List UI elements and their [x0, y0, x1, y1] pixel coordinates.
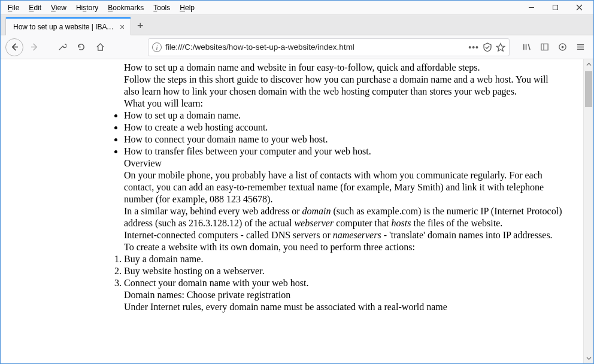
menu-file[interactable]: File: [3, 2, 24, 13]
maximize-button[interactable]: [543, 1, 567, 15]
menu-history[interactable]: History: [71, 2, 103, 13]
list-item: How to transfer files between your compu…: [124, 145, 563, 157]
reload-button[interactable]: [72, 39, 89, 56]
home-button[interactable]: [92, 39, 108, 56]
menu-help[interactable]: Help: [175, 2, 199, 13]
forward-button[interactable]: [26, 39, 43, 56]
intro-para-2: Follow the steps in this short guide to …: [124, 74, 563, 98]
list-item: How to create a web hosting account.: [124, 122, 563, 134]
url-bar[interactable]: i file:///C:/websites/how-to-set-up-a-we…: [148, 38, 510, 56]
learn-list: How to set up a domain name. How to crea…: [108, 110, 563, 157]
list-item: Buy website hosting on a webserver.: [124, 265, 563, 277]
url-text: file:///C:/websites/how-to-set-up-a-webs…: [165, 43, 465, 51]
tab-close-icon[interactable]: ×: [120, 23, 125, 31]
sidebar-icon[interactable]: [536, 39, 553, 56]
intro-para-1: How to set up a domain name and website …: [124, 62, 563, 74]
extension-icon[interactable]: [554, 39, 571, 56]
list-item: How to set up a domain name.: [124, 110, 563, 122]
list-item: How to connect your domain name to your …: [124, 134, 563, 145]
menu-bookmarks[interactable]: Bookmarks: [103, 2, 148, 13]
browser-window: File Edit View History Bookmarks Tools H…: [0, 0, 594, 364]
overview-para-1: On your mobile phone, you probably have …: [124, 169, 563, 205]
document-body: How to set up a domain name and website …: [108, 59, 563, 313]
new-tab-button[interactable]: +: [131, 17, 149, 35]
tab-active[interactable]: How to set up a website | IBAT Port… ×: [5, 17, 131, 35]
window-controls: [519, 1, 591, 15]
menu-tools[interactable]: Tools: [148, 2, 175, 13]
menubar: File Edit View History Bookmarks Tools H…: [1, 1, 593, 15]
private-reg-para: Under Internet rules, every domain name …: [124, 301, 563, 313]
reader-mode-icon[interactable]: [483, 43, 492, 52]
private-reg-heading: Domain names: Choose private registratio…: [124, 289, 563, 301]
scroll-up-icon[interactable]: [584, 59, 593, 69]
devtools-button[interactable]: [53, 39, 70, 56]
close-button[interactable]: [567, 1, 591, 15]
scrollbar-thumb[interactable]: [585, 71, 592, 107]
library-icon[interactable]: [518, 39, 535, 56]
svg-line-8: [528, 44, 530, 50]
page-content: How to set up a domain name and website …: [1, 59, 583, 363]
tab-strip: How to set up a website | IBAT Port… × +: [1, 15, 593, 35]
identity-icon[interactable]: i: [152, 43, 162, 52]
page-actions-icon[interactable]: •••: [468, 43, 479, 52]
svg-rect-1: [553, 5, 557, 10]
list-item: Buy a domain name.: [124, 253, 563, 265]
menu-edit[interactable]: Edit: [24, 2, 46, 13]
scroll-down-icon[interactable]: [584, 353, 593, 363]
svg-rect-9: [541, 44, 547, 50]
list-item: Connect your domain name with your web h…: [124, 277, 563, 289]
tab-label: How to set up a website | IBAT Port…: [13, 23, 115, 31]
viewport: How to set up a domain name and website …: [1, 59, 593, 363]
svg-point-12: [561, 46, 563, 48]
minimize-button[interactable]: [519, 1, 543, 15]
steps-list: Buy a domain name. Buy website hosting o…: [108, 253, 563, 289]
back-button[interactable]: [5, 38, 23, 56]
bookmark-star-icon[interactable]: [496, 43, 505, 52]
what-you-learn-heading: What you will learn:: [124, 98, 563, 110]
vertical-scrollbar[interactable]: [583, 59, 593, 363]
overview-para-2: In a similar way, behind every web addre…: [124, 205, 563, 229]
overview-para-3: Internet-connected computers - called DN…: [124, 229, 563, 253]
menu-view[interactable]: View: [46, 2, 71, 13]
toolbar-right: [518, 39, 589, 56]
app-menu-icon[interactable]: [572, 39, 589, 56]
toolbar: i file:///C:/websites/how-to-set-up-a-we…: [1, 35, 593, 59]
overview-heading: Overview: [124, 157, 563, 169]
